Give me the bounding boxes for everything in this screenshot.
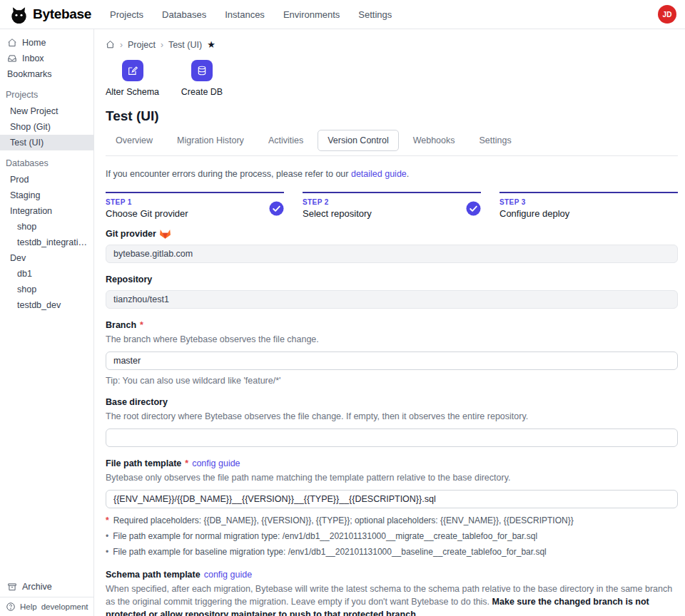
- branch-field: Branch * The branch where Bytebase obser…: [106, 320, 678, 386]
- sidebar-item-archive[interactable]: Archive: [0, 577, 93, 597]
- schema-path-template-desc: When specified, after each migration, By…: [106, 582, 678, 616]
- create-db-button[interactable]: Create DB: [179, 60, 225, 97]
- file-path-template-input[interactable]: [106, 490, 678, 508]
- sidebar-footer: Help development: [0, 597, 93, 616]
- schema-path-config-guide-link[interactable]: config guide: [204, 570, 252, 580]
- sidebar-item-shop-git[interactable]: Shop (Git): [0, 119, 93, 135]
- file-path-template-desc: Bytebase only observes the file path nam…: [106, 471, 678, 484]
- branch-tip: Tip: You can also use wildcard like 'fea…: [106, 376, 678, 386]
- sidebar-db-shop-dev[interactable]: shop: [0, 282, 93, 297]
- note-file-path-example-baseline: • File path example for baseline migrati…: [106, 546, 678, 558]
- nav-instances[interactable]: Instances: [225, 9, 265, 20]
- repository-label: Repository: [106, 274, 152, 284]
- inbox-icon: [7, 53, 17, 63]
- sidebar-env-staging[interactable]: Staging: [0, 188, 93, 203]
- tab-settings[interactable]: Settings: [470, 130, 522, 151]
- tab-version-control[interactable]: Version Control: [318, 130, 398, 151]
- breadcrumb-current[interactable]: Test (UI): [168, 40, 202, 50]
- tab-activities[interactable]: Activities: [258, 130, 313, 151]
- sidebar-item-home[interactable]: Home: [0, 35, 93, 51]
- intro-text: If you encounter errors during the proce…: [106, 169, 678, 179]
- nav-databases[interactable]: Databases: [162, 9, 206, 20]
- file-path-template-field: File path template * config guide Byteba…: [106, 458, 678, 558]
- schema-path-template-field: Schema path template config guide When s…: [106, 570, 678, 616]
- step-1-complete-icon: [269, 201, 284, 216]
- note-required-placeholders: * Required placeholders: {{DB_NAME}}, {{…: [106, 515, 678, 527]
- create-db-icon: [191, 60, 213, 81]
- base-directory-label: Base directory: [106, 397, 168, 407]
- sidebar: Home Inbox Bookmarks Projects New Projec…: [0, 29, 94, 616]
- file-path-template-label: File path template: [106, 458, 181, 468]
- sidebar-item-new-project[interactable]: New Project: [0, 103, 93, 119]
- branch-desc: The branch where Bytebase observes the f…: [106, 333, 678, 346]
- home-icon: [7, 38, 17, 48]
- sidebar-section-databases[interactable]: Databases: [0, 155, 93, 172]
- main-content: › Project › Test (UI) ★ Alter Schema Cre…: [94, 29, 685, 616]
- git-provider-label: Git provider: [106, 229, 678, 239]
- breadcrumb-project-link[interactable]: Project: [128, 40, 156, 50]
- tab-migration-history[interactable]: Migration History: [167, 130, 254, 151]
- step-2-complete-icon: [466, 201, 481, 216]
- alter-schema-button[interactable]: Alter Schema: [106, 60, 159, 97]
- step-3: STEP 3 Configure deploy: [499, 192, 678, 219]
- git-provider-field: Git provider: [106, 229, 678, 263]
- tab-bar: Overview Migration History Activities Ve…: [106, 130, 678, 156]
- help-icon: [6, 602, 16, 612]
- breadcrumb: › Project › Test (UI) ★: [106, 39, 678, 50]
- sidebar-item-test-ui[interactable]: Test (UI): [0, 135, 93, 150]
- sidebar-item-bookmarks[interactable]: Bookmarks: [0, 66, 93, 82]
- nav-projects[interactable]: Projects: [110, 9, 143, 20]
- file-path-template-notes: * Required placeholders: {{DB_NAME}}, {{…: [106, 515, 678, 558]
- breadcrumb-separator: ›: [161, 40, 163, 50]
- top-nav-links: Projects Databases Instances Environment…: [110, 9, 392, 20]
- archive-icon: [7, 582, 17, 592]
- sidebar-item-inbox[interactable]: Inbox: [0, 51, 93, 66]
- sidebar-section-projects[interactable]: Projects: [0, 86, 93, 103]
- tab-overview[interactable]: Overview: [106, 130, 163, 151]
- alter-schema-icon: [122, 60, 143, 81]
- gitlab-icon: [160, 229, 171, 239]
- required-mark: *: [185, 458, 188, 468]
- sidebar-db-testdb-dev[interactable]: testdb_dev: [0, 297, 93, 313]
- nav-settings[interactable]: Settings: [358, 9, 392, 20]
- base-directory-input[interactable]: [106, 428, 678, 447]
- repository-field: Repository: [106, 274, 678, 309]
- sidebar-db-testdb-integration[interactable]: testdb_integration: [0, 235, 93, 250]
- step-indicator: STEP 1 Choose Git provider STEP 2 Select…: [106, 192, 678, 219]
- page-title: Test (UI): [106, 108, 678, 124]
- user-avatar[interactable]: JD: [658, 5, 676, 24]
- branch-input[interactable]: [106, 351, 678, 370]
- branch-label: Branch: [106, 320, 136, 330]
- note-file-path-example-normal: • File path example for normal migration…: [106, 530, 678, 543]
- bytebase-logo[interactable]: Bytebase: [10, 6, 91, 24]
- tab-webhooks[interactable]: Webhooks: [403, 130, 465, 151]
- bytebase-logo-icon: [10, 6, 28, 24]
- file-path-config-guide-link[interactable]: config guide: [192, 458, 240, 468]
- base-directory-desc: The root directory where Bytebase observ…: [106, 410, 678, 423]
- help-label[interactable]: Help: [20, 602, 37, 611]
- detailed-guide-link[interactable]: detailed guide: [351, 169, 407, 179]
- nav-environments[interactable]: Environments: [283, 9, 340, 20]
- sidebar-spacer: [0, 313, 93, 577]
- base-directory-field: Base directory The root directory where …: [106, 397, 678, 447]
- version-label: development: [41, 602, 88, 611]
- sidebar-env-dev[interactable]: Dev: [0, 250, 93, 266]
- quick-actions: Alter Schema Create DB: [106, 60, 678, 97]
- sidebar-env-integration[interactable]: Integration: [0, 203, 93, 219]
- sidebar-env-prod[interactable]: Prod: [0, 172, 93, 188]
- breadcrumb-home-icon[interactable]: [106, 40, 115, 49]
- step-2: STEP 2 Select repository: [303, 192, 481, 219]
- sidebar-db-db1[interactable]: db1: [0, 266, 93, 282]
- favorite-star-icon[interactable]: ★: [207, 39, 215, 50]
- top-navbar: Bytebase Projects Databases Instances En…: [0, 0, 685, 29]
- schema-path-template-label: Schema path template: [106, 570, 201, 580]
- sidebar-db-shop-integration[interactable]: shop: [0, 219, 93, 235]
- breadcrumb-separator: ›: [120, 40, 123, 50]
- brand-name: Bytebase: [33, 6, 91, 22]
- step-1: STEP 1 Choose Git provider: [106, 192, 284, 219]
- repository-input: [106, 290, 678, 309]
- git-provider-input: [106, 245, 678, 263]
- required-mark: *: [140, 320, 143, 330]
